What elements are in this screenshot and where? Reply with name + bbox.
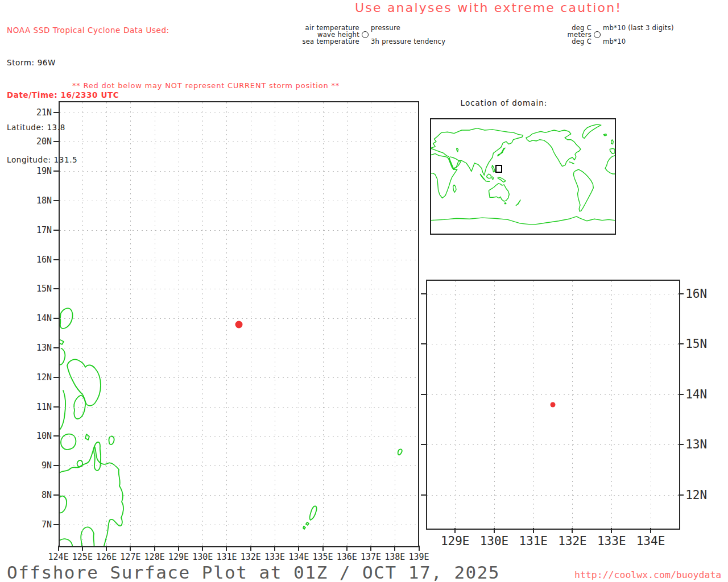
coastline-segment (569, 162, 574, 164)
world-coastlines (431, 119, 615, 234)
buoy-plot-page: NOAA SSD Tropical Cyclone Data Used: Sto… (0, 0, 728, 582)
lat-gridline (60, 289, 418, 289)
lon-gridline (251, 102, 251, 546)
lat-gridline (60, 377, 418, 378)
coastline-segment (492, 165, 495, 172)
lat-label: 21N (36, 107, 52, 118)
lon-label: 130E (480, 534, 509, 548)
domain-rectangle (495, 165, 502, 173)
legend-tendency-units: mb*10 (603, 38, 626, 45)
lat-gridline (60, 113, 418, 113)
coastline-segment (431, 128, 523, 176)
lon-tick (82, 546, 83, 551)
lat-tick (53, 230, 59, 231)
lat-label: 13N (36, 343, 52, 353)
lon-tick (370, 546, 371, 551)
lon-label: 124E (48, 552, 69, 562)
coastline-segment (605, 156, 615, 174)
lat-tick (53, 465, 59, 466)
lon-label: 126E (96, 552, 117, 562)
lat-tick (421, 343, 426, 344)
lat-tick (53, 435, 59, 436)
lon-tick (58, 546, 59, 551)
lon-gridline (572, 281, 573, 529)
lon-gridline (226, 102, 227, 546)
station-circle-icon (594, 31, 601, 38)
lon-gridline (395, 102, 395, 546)
lon-tick (650, 528, 651, 533)
lon-tick (250, 546, 251, 551)
lat-label: 9N (42, 460, 52, 471)
lat-gridline (427, 294, 679, 294)
lon-tick (454, 528, 456, 533)
lon-gridline (130, 102, 131, 546)
lat-tick (53, 494, 59, 496)
lon-label: 129E (441, 534, 470, 548)
lat-tick (679, 293, 684, 294)
lat-tick (679, 343, 684, 344)
station-circle-icon (362, 31, 369, 38)
lat-label: 19N (36, 166, 52, 176)
storm-datetime-line: Date/Time: 16/2330 UTC (7, 90, 169, 101)
lon-tick (322, 546, 324, 551)
lon-label: 133E (264, 552, 285, 562)
lon-label: 125E (72, 552, 93, 562)
lon-gridline (651, 281, 651, 529)
lat-gridline (60, 436, 418, 436)
coastline-segment (457, 148, 458, 152)
lat-gridline (60, 230, 418, 231)
lon-tick (106, 546, 107, 551)
legend-sea-temp-units: deg C (572, 38, 592, 45)
lat-label: 16N (36, 255, 52, 265)
lat-label: 12N (36, 372, 52, 383)
lon-label: 131E (519, 534, 548, 548)
coastline-segment (498, 177, 506, 182)
lon-gridline (155, 102, 155, 546)
lon-label: 134E (288, 552, 309, 562)
lon-label: 132E (558, 534, 587, 548)
coastline-segment (492, 177, 494, 180)
lat-label: 15N (685, 337, 707, 351)
world-locator-map (430, 118, 616, 235)
lat-tick (53, 141, 59, 142)
coastline-segment (526, 130, 581, 167)
lon-label: 129E (168, 552, 189, 562)
coastline-segment (485, 181, 490, 181)
storm-position-warning: ** Red dot below may NOT represent CURRE… (72, 81, 340, 90)
lon-label: 133E (597, 534, 626, 548)
lat-gridline (60, 348, 418, 348)
coastline-segment (603, 134, 606, 136)
lon-label: 128E (144, 552, 165, 562)
lon-tick (274, 546, 275, 551)
lat-tick (53, 524, 59, 525)
lat-label: 8N (42, 490, 52, 500)
lon-tick (419, 546, 420, 551)
lon-tick (572, 528, 573, 533)
storm-zoom-map: 16N15N14N13N12N129E130E131E132E133E134E (426, 280, 680, 530)
lon-gridline (202, 102, 203, 546)
lat-tick (53, 377, 59, 378)
main-surface-map: 21N20N19N18N17N16N15N14N13N12N11N10N9N8N… (59, 101, 419, 547)
lon-tick (154, 546, 155, 551)
domain-inset-title: Location of domain: (461, 98, 548, 107)
lon-label: 127E (120, 552, 140, 562)
coastline-segment (573, 169, 593, 211)
lat-label: 16N (685, 287, 707, 301)
lat-gridline (60, 495, 418, 496)
lon-gridline (455, 281, 456, 529)
lat-tick (53, 200, 59, 201)
lon-tick (178, 546, 179, 551)
lon-tick (346, 546, 348, 551)
lon-label: 137E (361, 552, 381, 562)
lat-label: 14N (685, 388, 707, 401)
lat-gridline (60, 171, 418, 172)
lat-label: 13N (685, 438, 707, 451)
cyclone-source-line: NOAA SSD Tropical Cyclone Data Used: (7, 25, 169, 36)
lon-gridline (533, 281, 534, 529)
lat-gridline (60, 407, 418, 408)
lon-tick (298, 546, 299, 551)
lat-tick (53, 347, 59, 348)
storm-position-dot (235, 321, 242, 328)
lat-gridline (60, 318, 418, 319)
lon-gridline (323, 102, 324, 546)
